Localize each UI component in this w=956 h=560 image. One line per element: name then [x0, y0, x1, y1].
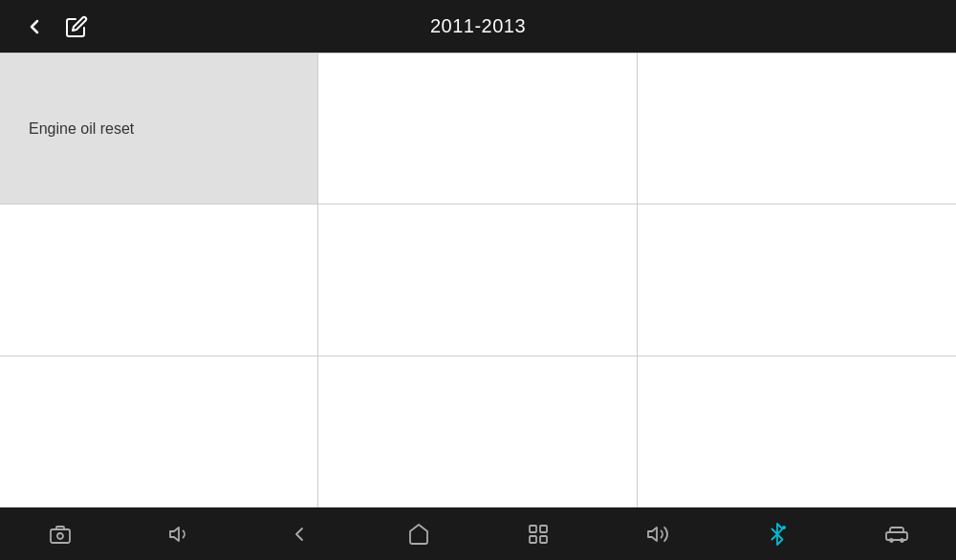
- edit-button[interactable]: [59, 10, 94, 44]
- bottom-bar: [0, 507, 956, 560]
- svg-marker-2: [170, 528, 179, 541]
- camera-icon[interactable]: [39, 513, 81, 555]
- page-title: 2011-2013: [430, 15, 526, 37]
- grid-cell-8[interactable]: [318, 356, 637, 507]
- svg-rect-6: [540, 536, 547, 543]
- grid-cell-7[interactable]: [0, 356, 318, 507]
- svg-marker-7: [648, 528, 657, 541]
- home-icon[interactable]: [398, 513, 440, 555]
- grid-cell-1[interactable]: Engine oil reset: [0, 54, 318, 205]
- recents-icon[interactable]: [517, 513, 559, 555]
- cell-1-label: Engine oil reset: [29, 120, 134, 138]
- grid-cell-6[interactable]: [638, 205, 956, 355]
- svg-point-1: [57, 533, 63, 539]
- volume-high-icon[interactable]: [637, 513, 679, 555]
- top-bar: 2011-2013: [0, 0, 956, 53]
- volume-low-icon[interactable]: [159, 513, 201, 555]
- svg-rect-4: [540, 526, 547, 532]
- svg-rect-3: [530, 526, 536, 532]
- grid-cell-2[interactable]: [318, 54, 637, 205]
- grid-cell-5[interactable]: [318, 205, 637, 355]
- svg-rect-5: [530, 536, 536, 543]
- svg-point-8: [782, 526, 786, 529]
- grid-cell-4[interactable]: [0, 205, 318, 355]
- grid-cell-3[interactable]: [638, 54, 956, 205]
- car-icon[interactable]: [876, 513, 918, 555]
- back-button[interactable]: [17, 10, 52, 44]
- main-grid: Engine oil reset: [0, 53, 956, 507]
- bluetooth-settings-icon[interactable]: [756, 513, 798, 555]
- svg-rect-0: [51, 529, 70, 543]
- svg-rect-9: [886, 532, 907, 540]
- back-nav-icon[interactable]: [278, 513, 320, 555]
- grid-cell-9[interactable]: [638, 356, 956, 507]
